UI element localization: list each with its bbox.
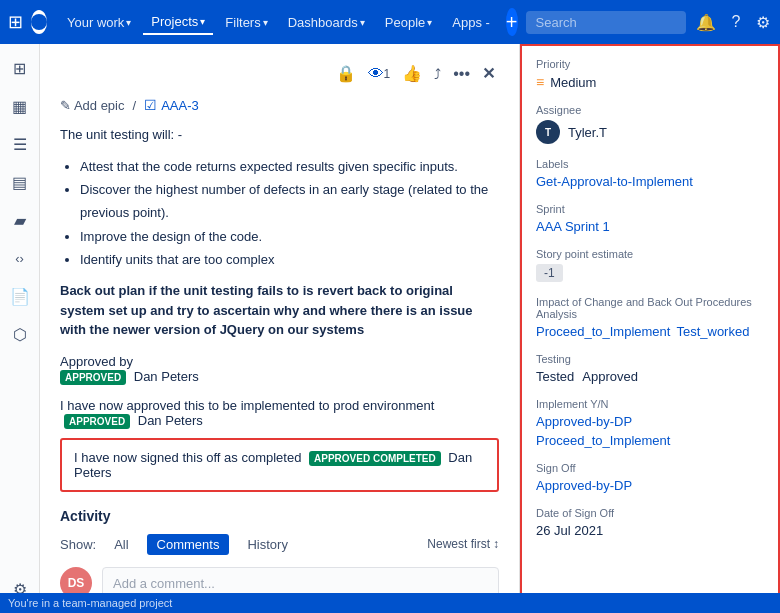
issue-bullet-list: Attest that the code returns expected re… xyxy=(80,155,499,272)
issue-body: The unit testing will: - Attest that the… xyxy=(60,125,499,340)
left-sidebar: ⊞ ▦ ☰ ▤ ▰ ‹› 📄 ⬡ ⚙ xyxy=(0,44,40,613)
top-navigation: ⊞ Your work ▾ Projects ▾ Filters ▾ Dashb… xyxy=(0,0,780,44)
approved-inline-badge: APPROVED xyxy=(64,414,130,429)
assignee-field: Assignee T Tyler.T xyxy=(536,104,764,144)
thumbsup-icon-button[interactable]: 👍 xyxy=(398,60,426,87)
nav-people[interactable]: People ▾ xyxy=(377,11,440,34)
list-item: Attest that the code returns expected re… xyxy=(80,155,499,178)
issue-panel: 🔒 👁 1 👍 ⤴ ••• ✕ ✎ Add epic / ☑ AAA-3 The… xyxy=(40,44,520,613)
signed-off-text: I have now signed this off as completed xyxy=(74,450,301,465)
share-icon-button[interactable]: ⤴ xyxy=(430,62,445,86)
sidebar-components-icon[interactable]: ⬡ xyxy=(4,318,36,350)
story-point-label: Story point estimate xyxy=(536,248,764,260)
assignee-value-row: T Tyler.T xyxy=(536,120,764,144)
priority-icon: ≡ xyxy=(536,74,544,90)
activity-filters: Show: All Comments History Newest first … xyxy=(60,534,499,555)
story-point-value: -1 xyxy=(536,264,563,282)
issue-key-badge: ☑ AAA-3 xyxy=(144,97,199,113)
date-sign-off-field: Date of Sign Off 26 Jul 2021 xyxy=(536,507,764,538)
priority-value: Medium xyxy=(550,75,596,90)
labels-label: Labels xyxy=(536,158,764,170)
approved-message-text: I have now approved this to be implement… xyxy=(60,398,499,428)
more-icon-button[interactable]: ••• xyxy=(449,61,474,87)
sign-off-field: Sign Off Approved-by-DP xyxy=(536,462,764,493)
issue-type-icon: ☑ xyxy=(144,97,157,113)
testing-value-0: Tested xyxy=(536,369,574,384)
grid-icon[interactable]: ⊞ xyxy=(8,11,23,33)
show-label: Show: xyxy=(60,537,96,552)
search-input[interactable] xyxy=(526,11,686,34)
back-out-text: Back out plan if the unit testing fails … xyxy=(60,281,499,340)
implement-yn-tags: Approved-by-DP xyxy=(536,414,764,429)
testing-value-1: Approved xyxy=(582,369,638,384)
list-item: Identify units that are too complex xyxy=(80,248,499,271)
help-icon[interactable]: ? xyxy=(726,9,747,35)
issue-key[interactable]: AAA-3 xyxy=(161,98,199,113)
impact-tags: Proceed_to_Implement Test_worked xyxy=(536,324,764,339)
labels-value[interactable]: Get-Approval-to-Implement xyxy=(536,174,693,189)
lock-icon-button[interactable]: 🔒 xyxy=(332,60,360,87)
implement-yn-label: Implement Y/N xyxy=(536,398,764,410)
impact-label: Impact of Change and Back Out Procedures… xyxy=(536,296,764,320)
filter-comments-button[interactable]: Comments xyxy=(147,534,230,555)
sprint-value[interactable]: AAA Sprint 1 xyxy=(536,219,610,234)
sign-off-label: Sign Off xyxy=(536,462,764,474)
add-epic-link[interactable]: ✎ Add epic xyxy=(60,98,125,113)
sidebar-board-icon[interactable]: ▦ xyxy=(4,90,36,122)
implement-yn-tag-1[interactable]: Proceed_to_Implement xyxy=(536,433,670,448)
assignee-label: Assignee xyxy=(536,104,764,116)
sidebar-chart-icon[interactable]: ▰ xyxy=(4,204,36,236)
bottom-bar: You're in a team-managed project xyxy=(0,593,780,613)
sidebar-code-icon[interactable]: ‹› xyxy=(4,242,36,274)
sprint-label: Sprint xyxy=(536,203,764,215)
approved-by-section: Approved by APPROVED Dan Peters xyxy=(60,354,499,384)
filter-all-button[interactable]: All xyxy=(104,534,138,555)
sort-button[interactable]: Newest first ↕ xyxy=(427,537,499,551)
create-button[interactable]: + xyxy=(506,8,518,36)
implement-yn-tag-0[interactable]: Approved-by-DP xyxy=(536,414,632,429)
issue-breadcrumb: ✎ Add epic / ☑ AAA-3 xyxy=(60,97,499,113)
sprint-field: Sprint AAA Sprint 1 xyxy=(536,203,764,234)
priority-label: Priority xyxy=(536,58,764,70)
labels-field: Labels Get-Approval-to-Implement xyxy=(536,158,764,189)
issue-top-icons-bar: 🔒 👁 1 👍 ⤴ ••• ✕ xyxy=(60,60,499,87)
impact-tag-0[interactable]: Proceed_to_Implement xyxy=(536,324,670,339)
list-item: Discover the highest number of defects i… xyxy=(80,178,499,225)
story-point-field: Story point estimate -1 xyxy=(536,248,764,282)
signed-off-box: I have now signed this off as completed … xyxy=(60,438,499,492)
filter-history-button[interactable]: History xyxy=(237,534,297,555)
bottom-bar-text: You're in a team-managed project xyxy=(8,597,172,609)
main-content: 🔒 👁 1 👍 ⤴ ••• ✕ ✎ Add epic / ☑ AAA-3 The… xyxy=(40,44,780,613)
sidebar-list-icon[interactable]: ▤ xyxy=(4,166,36,198)
sort-icon: ↕ xyxy=(493,537,499,551)
nav-dashboards[interactable]: Dashboards ▾ xyxy=(280,11,373,34)
impact-tag-1[interactable]: Test_worked xyxy=(676,324,749,339)
issue-intro-text: The unit testing will: - xyxy=(60,125,499,145)
priority-field: Priority ≡ Medium xyxy=(536,58,764,90)
impact-field: Impact of Change and Back Out Procedures… xyxy=(536,296,764,339)
sidebar-pages-icon[interactable]: 📄 xyxy=(4,280,36,312)
nav-apps[interactable]: Apps - xyxy=(444,11,498,34)
nav-projects[interactable]: Projects ▾ xyxy=(143,10,213,35)
watch-icon-button[interactable]: 👁 1 xyxy=(364,61,395,87)
sidebar-backlog-icon[interactable]: ☰ xyxy=(4,128,36,160)
list-item: Improve the design of the code. xyxy=(80,225,499,248)
sign-off-value[interactable]: Approved-by-DP xyxy=(536,478,632,493)
testing-label: Testing xyxy=(536,353,764,365)
close-icon-button[interactable]: ✕ xyxy=(478,60,499,87)
notifications-icon[interactable]: 🔔 xyxy=(690,9,722,36)
nav-your-work[interactable]: Your work ▾ xyxy=(59,11,139,34)
implement-yn-field: Implement Y/N Approved-by-DP Proceed_to_… xyxy=(536,398,764,448)
jira-logo[interactable] xyxy=(31,10,47,34)
nav-filters[interactable]: Filters ▾ xyxy=(217,11,275,34)
testing-values: Tested Approved xyxy=(536,369,764,384)
settings-icon[interactable]: ⚙ xyxy=(750,9,776,36)
testing-field: Testing Tested Approved xyxy=(536,353,764,384)
approved-inline-name: Dan Peters xyxy=(138,413,203,428)
priority-value-row: ≡ Medium xyxy=(536,74,764,90)
sidebar-home-icon[interactable]: ⊞ xyxy=(4,52,36,84)
approved-badge: APPROVED xyxy=(60,370,126,385)
assignee-name: Tyler.T xyxy=(568,125,607,140)
activity-title: Activity xyxy=(60,508,499,524)
date-sign-off-value: 26 Jul 2021 xyxy=(536,523,603,538)
